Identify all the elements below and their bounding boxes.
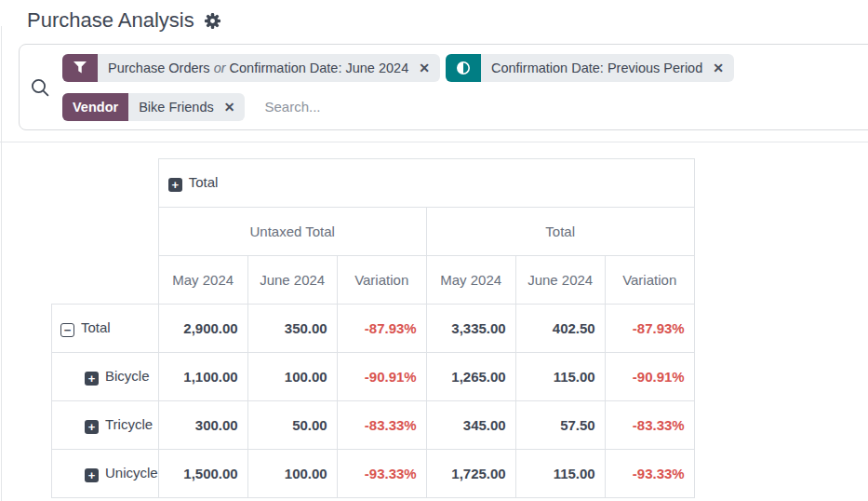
row-header-bicycle[interactable]: +Bicycle bbox=[52, 353, 159, 401]
row-header-tricycle[interactable]: +Tricycle bbox=[52, 401, 159, 450]
table-row: +Bicycle 1,100.00 100.00 -90.91% 1,265.0… bbox=[52, 353, 695, 401]
page-title: Purchase Analysis bbox=[27, 8, 194, 33]
col-header-variation[interactable]: Variation bbox=[337, 256, 426, 305]
pivot-cell: 100.00 bbox=[247, 450, 337, 498]
pivot-cell: 1,725.00 bbox=[426, 450, 515, 498]
pivot-cell-variation: -87.93% bbox=[605, 305, 694, 353]
facet-filter-text: Purchase Orders or Confirmation Date: Ju… bbox=[98, 61, 416, 75]
pivot-cell: 402.50 bbox=[515, 305, 605, 353]
table-row: +Tricycle 300.00 50.00 -83.33% 345.00 57… bbox=[52, 401, 695, 450]
breadcrumb: Purchase Analysis bbox=[0, 0, 868, 33]
funnel-icon bbox=[62, 54, 98, 82]
col-header-june-2024[interactable]: June 2024 bbox=[515, 256, 605, 305]
pivot-cell: 100.00 bbox=[247, 353, 337, 401]
col-header-variation[interactable]: Variation bbox=[605, 256, 694, 305]
col-header-june-2024[interactable]: June 2024 bbox=[247, 256, 337, 305]
pivot-cell-variation: -90.91% bbox=[337, 353, 426, 401]
pivot-cell-variation: -83.33% bbox=[605, 401, 694, 450]
facet-comparison: Confirmation Date: Previous Period ✕ bbox=[446, 54, 734, 82]
panel-left-border bbox=[1, 26, 2, 501]
pivot-cell: 300.00 bbox=[158, 401, 247, 450]
collapse-row-icon[interactable]: − bbox=[60, 323, 74, 337]
pivot-cell: 1,500.00 bbox=[158, 450, 247, 498]
pivot-cell: 350.00 bbox=[247, 305, 337, 353]
pivot-cell: 3,335.00 bbox=[426, 305, 515, 353]
search-icon bbox=[30, 77, 50, 98]
facet-vendor-value: Bike Friends bbox=[128, 100, 221, 115]
pivot-cell-variation: -93.33% bbox=[337, 450, 426, 498]
gear-icon[interactable] bbox=[204, 12, 221, 30]
search-input[interactable] bbox=[262, 98, 467, 115]
panel-separator bbox=[0, 142, 868, 142]
facet-vendor: Vendor Bike Friends ✕ bbox=[62, 93, 245, 121]
table-row: −Total 2,900.00 350.00 -87.93% 3,335.00 … bbox=[52, 305, 695, 353]
measure-header-untaxed-total[interactable]: Untaxed Total bbox=[158, 208, 426, 256]
pivot-cell: 57.50 bbox=[515, 401, 605, 450]
pivot-cell-variation: -93.33% bbox=[605, 450, 694, 498]
row-header-total[interactable]: −Total bbox=[52, 305, 159, 353]
pivot-corner-cell bbox=[52, 159, 159, 208]
pivot-cell: 2,900.00 bbox=[158, 305, 247, 353]
remove-filter-facet-button[interactable]: ✕ bbox=[416, 61, 440, 75]
pivot-cell: 1,265.00 bbox=[426, 353, 515, 401]
table-row: +Unicycle 1,500.00 100.00 -93.33% 1,725.… bbox=[52, 450, 695, 498]
pivot-cell: 50.00 bbox=[247, 401, 337, 450]
pivot-table: +Total Untaxed Total Total May 2024 June… bbox=[51, 158, 695, 498]
search-bar[interactable]: Purchase Orders or Confirmation Date: Ju… bbox=[19, 44, 868, 130]
facet-comparison-text: Confirmation Date: Previous Period bbox=[481, 61, 710, 75]
measure-header-total[interactable]: Total bbox=[426, 208, 694, 256]
remove-vendor-facet-button[interactable]: ✕ bbox=[221, 100, 246, 115]
pivot-cell-variation: -83.33% bbox=[337, 401, 426, 450]
remove-comparison-facet-button[interactable]: ✕ bbox=[710, 61, 734, 75]
expand-column-icon[interactable]: + bbox=[168, 178, 182, 192]
pivot-cell-variation: -90.91% bbox=[605, 353, 694, 401]
comparison-adjust-icon bbox=[446, 54, 481, 82]
pivot-cell: 1,100.00 bbox=[158, 353, 247, 401]
pivot-cell-variation: -87.93% bbox=[337, 305, 426, 353]
col-header-may-2024[interactable]: May 2024 bbox=[158, 256, 247, 305]
pivot-cell: 115.00 bbox=[515, 353, 605, 401]
row-header-unicycle[interactable]: +Unicycle bbox=[52, 450, 159, 498]
pivot-cell: 115.00 bbox=[515, 450, 605, 498]
facet-filter: Purchase Orders or Confirmation Date: Ju… bbox=[62, 54, 440, 82]
facet-connector: or bbox=[214, 61, 226, 75]
expand-row-icon[interactable]: + bbox=[85, 468, 99, 482]
col-header-total[interactable]: +Total bbox=[158, 159, 694, 208]
pivot-cell: 345.00 bbox=[426, 401, 515, 450]
expand-row-icon[interactable]: + bbox=[85, 420, 99, 434]
col-header-may-2024[interactable]: May 2024 bbox=[426, 256, 515, 305]
facet-vendor-label: Vendor bbox=[62, 93, 128, 121]
expand-row-icon[interactable]: + bbox=[85, 372, 99, 386]
